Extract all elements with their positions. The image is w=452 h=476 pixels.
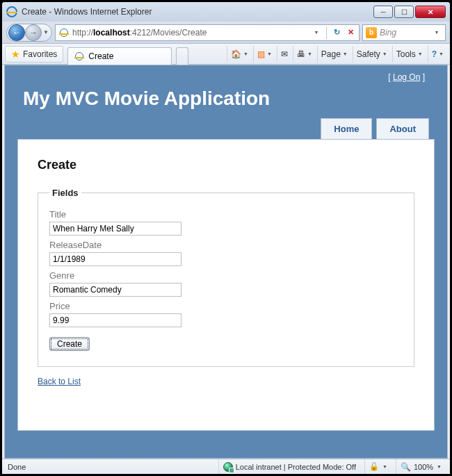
genre-input[interactable] (49, 283, 181, 297)
home-button[interactable]: 🏠▼ (227, 46, 252, 63)
favorites-label: Favorites (23, 49, 57, 59)
bing-icon: b (366, 27, 377, 38)
account-area: [ Log On ] (17, 65, 435, 85)
logon-link[interactable]: Log On (393, 72, 420, 82)
safety-menu-label: Safety (357, 49, 380, 59)
mail-icon: ✉ (281, 49, 288, 59)
safety-menu[interactable]: Safety▼ (353, 46, 391, 63)
nav-history-dropdown[interactable]: ▼ (42, 29, 50, 35)
tools-menu-label: Tools (396, 49, 416, 59)
globe-icon (223, 462, 233, 472)
refresh-button[interactable]: ↻ (331, 27, 342, 38)
back-to-list-link[interactable]: Back to List (38, 377, 81, 386)
title-label: Title (49, 209, 403, 220)
viewport: [ Log On ] My MVC Movie Application Home… (4, 65, 448, 459)
close-button[interactable]: ✕ (415, 6, 446, 18)
genre-label: Genre (49, 270, 403, 281)
separator (326, 26, 327, 39)
url-host: localhost (93, 28, 130, 38)
page-icon (58, 27, 70, 38)
tools-menu[interactable]: Tools▼ (392, 46, 426, 63)
print-icon: 🖶 (297, 49, 305, 59)
window-title: Create - Windows Internet Explorer (22, 7, 373, 17)
address-bar[interactable]: http://localhost:4212/Movies/Create ▼ ↻ … (55, 24, 360, 41)
search-placeholder: Bing (380, 28, 428, 38)
nav-toolbar: ← → ▼ http://localhost:4212/Movies/Creat… (2, 22, 450, 44)
help-icon: ? (432, 49, 437, 59)
zoom-icon: 🔍 (401, 462, 411, 472)
zone-text: Local intranet | Protected Mode: Off (236, 463, 356, 471)
feeds-button[interactable]: ▧▼ (253, 46, 275, 63)
new-tab-button[interactable] (176, 47, 188, 65)
url-text: http://localhost:4212/Movies/Create (72, 28, 307, 38)
print-button[interactable]: 🖶▼ (293, 46, 316, 63)
price-label: Price (49, 301, 403, 311)
app-title: My MVC Movie Application (17, 85, 435, 118)
home-icon: 🏠 (231, 49, 241, 59)
nav-home[interactable]: Home (321, 118, 372, 140)
tab-icon (74, 51, 85, 62)
stop-button[interactable]: ✕ (345, 27, 356, 38)
command-bar: ★ Favorites Create 🏠▼ ▧▼ ✉ 🖶▼ Page▼ Safe… (2, 44, 450, 65)
page-heading: Create (38, 158, 414, 172)
window-buttons: ─ ☐ ✕ (373, 6, 446, 18)
page-body: [ Log On ] My MVC Movie Application Home… (5, 65, 447, 458)
page-menu-label: Page (321, 49, 341, 59)
broken-lock-icon: 🔓 (369, 462, 379, 471)
nav-about[interactable]: About (376, 118, 429, 140)
nav-buttons: ← → ▼ (6, 24, 52, 42)
window-frame: Create - Windows Internet Explorer ─ ☐ ✕… (0, 0, 452, 476)
price-input[interactable] (49, 313, 181, 327)
zoom-control[interactable]: 🔍 100% ▼ (396, 459, 446, 474)
back-button[interactable]: ← (8, 24, 25, 41)
star-icon: ★ (11, 49, 20, 60)
rss-icon: ▧ (257, 49, 265, 59)
forward-button[interactable]: → (25, 24, 42, 41)
read-mail-button[interactable]: ✉ (277, 46, 291, 63)
main-nav: Home About (17, 118, 435, 140)
maximize-button[interactable]: ☐ (394, 6, 414, 18)
page-menu[interactable]: Page▼ (317, 46, 351, 63)
search-box[interactable]: b Bing ▼ (362, 24, 446, 41)
status-bar: Done Local intranet | Protected Mode: Of… (2, 459, 450, 474)
content-panel: Create Fields Title ReleaseDate Genre (17, 139, 435, 431)
favorites-button[interactable]: ★ Favorites (5, 46, 63, 63)
browser-tab[interactable]: Create (67, 47, 172, 65)
create-button[interactable]: Create (49, 337, 90, 351)
security-zone[interactable]: Local intranet | Protected Mode: Off (218, 459, 360, 474)
url-path: :4212/Movies/Create (130, 28, 207, 38)
window-inner: Create - Windows Internet Explorer ─ ☐ ✕… (2, 2, 450, 474)
zoom-text: 100% (414, 463, 433, 471)
fields-fieldset: Fields Title ReleaseDate Genre (38, 188, 414, 367)
minimize-button[interactable]: ─ (373, 6, 393, 18)
title-input[interactable] (49, 222, 181, 236)
fieldset-legend: Fields (49, 188, 81, 198)
ie-logo-icon (6, 6, 17, 17)
protected-mode-toggle[interactable]: 🔓▼ (364, 459, 392, 474)
search-dropdown[interactable]: ▼ (431, 27, 442, 38)
status-text: Done (6, 459, 30, 474)
address-dropdown[interactable]: ▼ (311, 27, 322, 38)
tab-title: Create (88, 51, 113, 61)
releasedate-label: ReleaseDate (49, 240, 403, 250)
help-button[interactable]: ?▼ (428, 46, 447, 63)
titlebar: Create - Windows Internet Explorer ─ ☐ ✕ (2, 2, 450, 22)
url-scheme: http:// (72, 28, 93, 38)
releasedate-input[interactable] (49, 252, 181, 266)
